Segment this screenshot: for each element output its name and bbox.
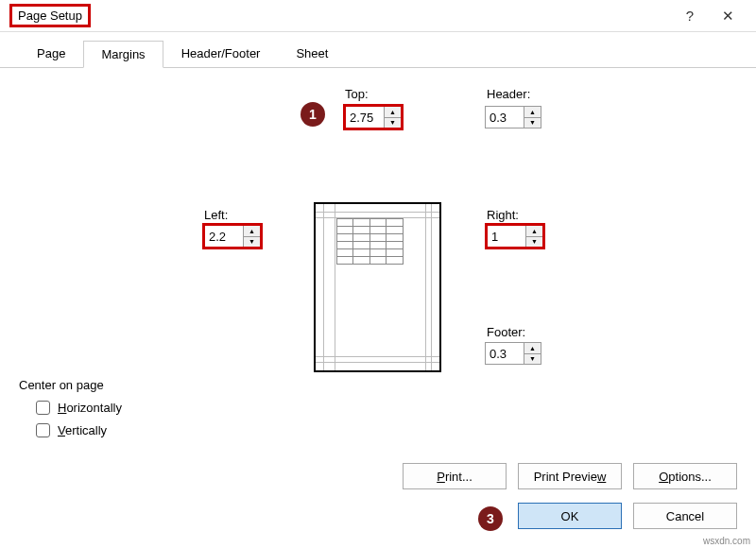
titlebar: Page Setup ? ✕ — [0, 0, 756, 32]
page-preview — [314, 202, 441, 372]
checkbox-icon[interactable] — [36, 401, 50, 415]
footer-label: Footer: — [487, 325, 525, 339]
tab-bar: Page Margins Header/Footer Sheet — [0, 40, 756, 68]
footer-margin-spinner[interactable]: ▲▼ — [485, 342, 541, 365]
cancel-button[interactable]: Cancel — [633, 503, 737, 529]
spin-down-icon[interactable]: ▼ — [526, 237, 542, 248]
print-button[interactable]: Print...Print... — [403, 463, 507, 489]
callout-badge-1: 1 — [301, 102, 325, 127]
spin-down-icon[interactable]: ▼ — [524, 118, 541, 128]
options-button[interactable]: Options...Options... — [633, 463, 737, 489]
center-on-page-label: Center on page — [19, 378, 104, 392]
spin-up-icon[interactable]: ▲ — [385, 107, 401, 118]
dialog-title: Page Setup — [9, 4, 91, 27]
vertically-label: VVerticallyertically — [58, 423, 107, 437]
left-margin-input[interactable] — [205, 226, 243, 247]
preview-table-icon — [336, 218, 403, 264]
header-label: Header: — [487, 87, 530, 101]
horizontally-check[interactable]: HHorizontallyorizontally — [36, 401, 122, 415]
left-margin-spinner[interactable]: ▲▼ — [202, 223, 263, 249]
ok-highlight: OK — [518, 503, 622, 529]
content-area: 1 Top: ▲▼ Header: ▲▼ Left: ▲▼ Right: ▲▼ … — [0, 68, 756, 484]
help-button[interactable]: ? — [671, 8, 709, 24]
spin-down-icon[interactable]: ▼ — [385, 118, 401, 128]
vertically-check[interactable]: VVerticallyertically — [36, 423, 107, 437]
action-buttons-row2: OK Cancel — [518, 503, 737, 529]
top-margin-spinner[interactable]: ▲▼ — [343, 104, 404, 130]
ok-button[interactable]: OK — [518, 503, 622, 529]
spin-up-icon[interactable]: ▲ — [524, 107, 541, 118]
checkbox-icon[interactable] — [36, 423, 50, 437]
watermark: wsxdn.com — [703, 536, 750, 546]
top-label: Top: — [345, 87, 369, 101]
spin-down-icon[interactable]: ▼ — [244, 237, 260, 248]
top-margin-input[interactable] — [346, 107, 384, 128]
spin-up-icon[interactable]: ▲ — [524, 343, 541, 354]
callout-badge-3: 3 — [478, 506, 503, 531]
horizontally-label: HHorizontallyorizontally — [58, 401, 122, 415]
tab-sheet[interactable]: Sheet — [278, 40, 346, 67]
header-margin-input[interactable] — [486, 107, 524, 128]
footer-margin-input[interactable] — [486, 343, 524, 364]
header-margin-spinner[interactable]: ▲▼ — [485, 106, 541, 128]
tab-margins[interactable]: Margins — [83, 41, 163, 68]
action-buttons-row1: Print...Print... Print PreviewPrint Prev… — [403, 463, 737, 489]
close-button[interactable]: ✕ — [709, 8, 747, 25]
spin-up-icon[interactable]: ▲ — [244, 226, 260, 237]
right-margin-input[interactable] — [488, 226, 525, 247]
right-label: Right: — [487, 208, 519, 222]
spin-down-icon[interactable]: ▼ — [524, 354, 541, 365]
tab-header-footer[interactable]: Header/Footer — [163, 40, 279, 67]
left-label: Left: — [204, 208, 228, 222]
tab-page[interactable]: Page — [19, 40, 83, 67]
spin-up-icon[interactable]: ▲ — [526, 226, 542, 237]
right-margin-spinner[interactable]: ▲▼ — [485, 223, 545, 249]
print-preview-button[interactable]: Print PreviewPrint Preview — [518, 463, 622, 489]
